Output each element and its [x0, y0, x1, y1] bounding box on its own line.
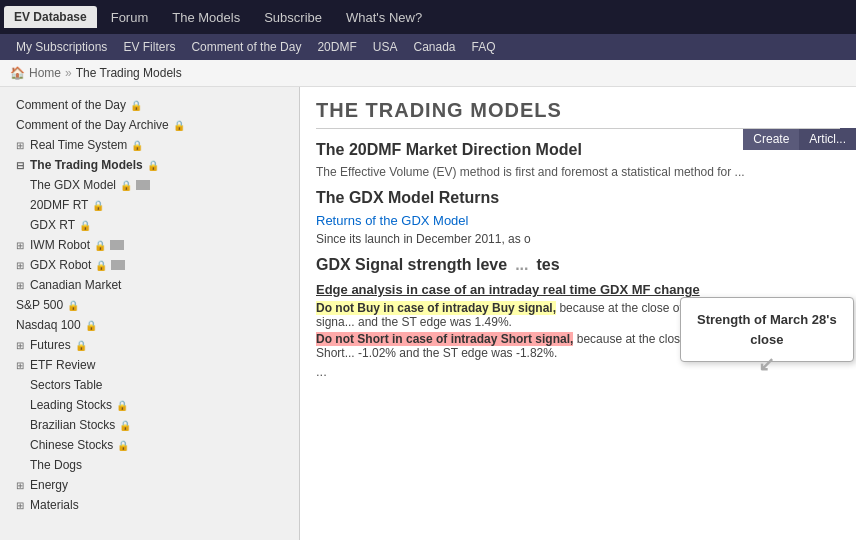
usa-link[interactable]: USA [365, 36, 406, 58]
real-time-label: Real Time System [30, 138, 127, 152]
section2-since: Since its launch in December 2011, as o [316, 232, 840, 246]
page-title: THE TRADING MODELS [316, 99, 840, 129]
section1-title: The 20DMF Market Direction Model [316, 141, 840, 159]
chinese-stocks-label: Chinese Stocks [30, 438, 113, 452]
sidebar-item-sectors-table[interactable]: Sectors Table [0, 375, 299, 395]
sp500-label: S&P 500 [16, 298, 63, 312]
faq-link[interactable]: FAQ [464, 36, 504, 58]
sidebar-item-real-time-system[interactable]: ⊞ Real Time System 🔒 [0, 135, 299, 155]
materials-label: Materials [30, 498, 79, 512]
sectors-table-label: Sectors Table [30, 378, 103, 392]
section2-title: The GDX Model Returns [316, 189, 840, 207]
gdx-robot-label: GDX Robot [30, 258, 91, 272]
expand-icon: ⊞ [16, 280, 24, 291]
gdx-rt-label: GDX RT [30, 218, 75, 232]
breadcrumb-current: The Trading Models [76, 66, 182, 80]
iwm-robot-label: IWM Robot [30, 238, 90, 252]
lock-icon: 🔒 [116, 400, 128, 411]
lock-icon: 🔒 [130, 100, 142, 111]
buy-signal-highlight: Do not Buy in case of intraday Buy signa… [316, 301, 556, 315]
sidebar-item-energy[interactable]: ⊞ Energy [0, 475, 299, 495]
lock-icon: 🔒 [79, 220, 91, 231]
futures-label: Futures [30, 338, 71, 352]
sidebar-item-futures[interactable]: ⊞ Futures 🔒 [0, 335, 299, 355]
top-navigation: EV Database Forum The Models Subscribe W… [0, 0, 856, 34]
my-subscriptions-link[interactable]: My Subscriptions [8, 36, 115, 58]
section2-link[interactable]: Returns of the GDX Model [316, 213, 468, 228]
main-content: THE TRADING MODELS The 20DMF Market Dire… [300, 87, 856, 540]
canada-link[interactable]: Canada [405, 36, 463, 58]
robot-icon [110, 240, 124, 250]
comment-of-day-link[interactable]: Comment of the Day [183, 36, 309, 58]
expand-icon: ⊞ [16, 240, 24, 251]
gdx-icon [136, 180, 150, 190]
expand-icon: ⊞ [16, 360, 24, 371]
lock-icon: 🔒 [120, 180, 132, 191]
lock-icon: 🔒 [131, 140, 143, 151]
sidebar-item-comment-archive[interactable]: Comment of the Day Archive 🔒 [0, 115, 299, 135]
section1-desc: The Effective Volume (EV) method is firs… [316, 165, 840, 179]
sidebar-item-iwm-robot[interactable]: ⊞ IWM Robot 🔒 [0, 235, 299, 255]
section3-title: GDX Signal strength leve...tes [316, 256, 840, 274]
sidebar-item-sp500[interactable]: S&P 500 🔒 [0, 295, 299, 315]
etf-review-label: ETF Review [30, 358, 95, 372]
lock-icon: 🔒 [119, 420, 131, 431]
expand-icon: ⊞ [16, 340, 24, 351]
sidebar-item-gdx-robot[interactable]: ⊞ GDX Robot 🔒 [0, 255, 299, 275]
nasdaq100-label: Nasdaq 100 [16, 318, 81, 332]
tooltip-arrow: ↙ [758, 349, 775, 379]
lock-icon: 🔒 [173, 120, 185, 131]
20dmf-rt-label: 20DMF RT [30, 198, 88, 212]
lock-icon: 🔒 [75, 340, 87, 351]
expand-icon: ⊞ [16, 480, 24, 491]
lock-icon: 🔒 [117, 440, 129, 451]
comment-day-label: Comment of the Day [16, 98, 126, 112]
sidebar-item-materials[interactable]: ⊞ Materials [0, 495, 299, 515]
sidebar-item-gdx-model[interactable]: The GDX Model 🔒 [0, 175, 299, 195]
ev-filters-link[interactable]: EV Filters [115, 36, 183, 58]
lock-icon: 🔒 [67, 300, 79, 311]
sidebar-item-gdx-rt[interactable]: GDX RT 🔒 [0, 215, 299, 235]
tooltip-line1: Strength of March 28's [697, 312, 837, 327]
whats-new-link[interactable]: What's New? [334, 6, 434, 29]
sidebar-item-the-dogs[interactable]: The Dogs [0, 455, 299, 475]
sidebar-item-20dmf-rt[interactable]: 20DMF RT 🔒 [0, 195, 299, 215]
sidebar-item-comment-day[interactable]: Comment of the Day 🔒 [0, 95, 299, 115]
20dmf-link[interactable]: 20DMF [309, 36, 364, 58]
expand-icon: ⊞ [16, 140, 24, 151]
models-link[interactable]: The Models [160, 6, 252, 29]
lock-icon: 🔒 [94, 240, 106, 251]
energy-label: Energy [30, 478, 68, 492]
sidebar-item-trading-models[interactable]: ⊟ The Trading Models 🔒 [0, 155, 299, 175]
lock-icon: 🔒 [85, 320, 97, 331]
canadian-market-label: Canadian Market [30, 278, 121, 292]
forum-link[interactable]: Forum [99, 6, 161, 29]
breadcrumb-separator: » [65, 66, 72, 80]
sidebar-item-etf-review[interactable]: ⊞ ETF Review [0, 355, 299, 375]
gdx-model-label: The GDX Model [30, 178, 116, 192]
breadcrumb-home[interactable]: Home [29, 66, 61, 80]
lock-icon: 🔒 [92, 200, 104, 211]
tooltip-box: Strength of March 28's close ↙ [680, 297, 854, 362]
comment-archive-label: Comment of the Day Archive [16, 118, 169, 132]
brazilian-stocks-label: Brazilian Stocks [30, 418, 115, 432]
subscribe-link[interactable]: Subscribe [252, 6, 334, 29]
lock-icon: 🔒 [95, 260, 107, 271]
sidebar-item-canadian-market[interactable]: ⊞ Canadian Market [0, 275, 299, 295]
sub-navigation: My Subscriptions EV Filters Comment of t… [0, 34, 856, 60]
lock-icon: 🔒 [147, 160, 159, 171]
expand-icon: ⊟ [16, 160, 24, 171]
robot-icon [111, 260, 125, 270]
sidebar-item-chinese-stocks[interactable]: Chinese Stocks 🔒 [0, 435, 299, 455]
sidebar-item-leading-stocks[interactable]: Leading Stocks 🔒 [0, 395, 299, 415]
sidebar-item-brazilian-stocks[interactable]: Brazilian Stocks 🔒 [0, 415, 299, 435]
logo-button[interactable]: EV Database [4, 6, 97, 28]
the-dogs-label: The Dogs [30, 458, 82, 472]
edge-analysis-title: Edge analysis in case of an intraday rea… [316, 282, 840, 297]
breadcrumb: 🏠 Home » The Trading Models [0, 60, 856, 87]
sidebar: Comment of the Day 🔒 Comment of the Day … [0, 87, 300, 540]
sidebar-item-nasdaq100[interactable]: Nasdaq 100 🔒 [0, 315, 299, 335]
expand-icon: ⊞ [16, 500, 24, 511]
trading-models-label: The Trading Models [30, 158, 143, 172]
short-signal-highlight: Do not Short in case of intraday Short s… [316, 332, 573, 346]
